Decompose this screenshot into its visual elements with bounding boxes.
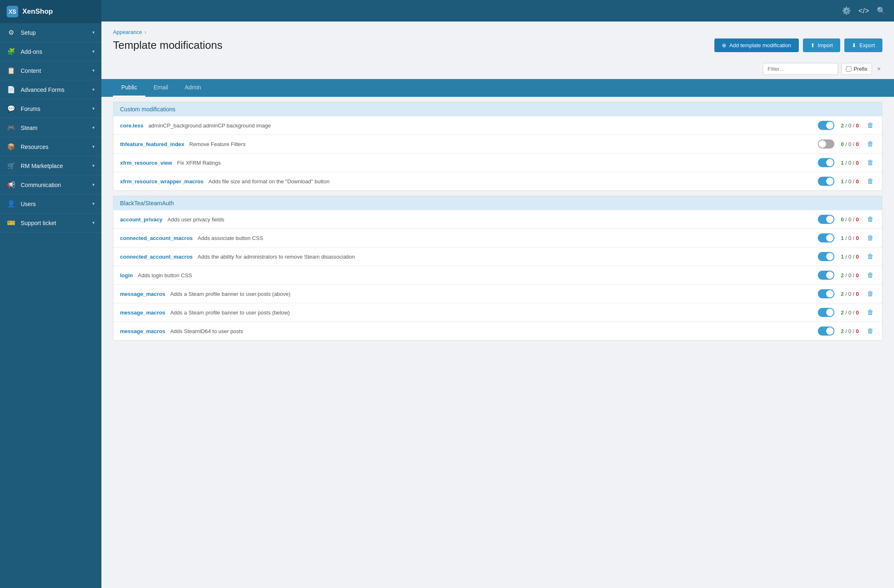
filter-clear-button[interactable]: × xyxy=(875,64,882,74)
toggle[interactable] xyxy=(818,271,834,280)
count-green: 2 xyxy=(841,291,844,297)
toggle-knob xyxy=(826,216,834,223)
search-icon[interactable]: 🔍 xyxy=(877,6,886,15)
sidebar-item-content[interactable]: 📋 Content ▾ xyxy=(0,61,101,80)
addons-arrow: ▾ xyxy=(92,49,95,54)
prefix-filter-wrap[interactable]: Prefix xyxy=(841,63,872,75)
tab-admin[interactable]: Admin xyxy=(176,79,209,97)
sidebar-item-advanced-forms[interactable]: 📄 Advanced Forms ▾ xyxy=(0,80,101,99)
sidebar-logo: XS xyxy=(7,6,18,17)
prefix-checkbox[interactable] xyxy=(846,66,851,72)
resources-label: Resources xyxy=(21,144,48,150)
toggle[interactable] xyxy=(818,233,834,242)
delete-button[interactable]: 🗑 xyxy=(865,233,875,242)
mod-name[interactable]: thfeature_featured_index xyxy=(120,141,184,147)
forums-arrow: ▾ xyxy=(92,106,95,111)
forums-label: Forums xyxy=(21,106,40,112)
delete-button[interactable]: 🗑 xyxy=(865,252,875,261)
toggle[interactable] xyxy=(818,215,834,224)
filter-input[interactable] xyxy=(767,66,834,72)
import-icon: ⬆ xyxy=(810,42,815,48)
mod-desc: Adds associate button CSS xyxy=(198,235,263,241)
setup-arrow: ▾ xyxy=(92,30,95,35)
filter-row: Prefix × xyxy=(101,59,894,79)
addons-label: Add-ons xyxy=(21,48,42,55)
advanced-forms-label: Advanced Forms xyxy=(21,86,65,93)
toggle[interactable] xyxy=(818,252,834,261)
sidebar-item-forums[interactable]: 💬 Forums ▾ xyxy=(0,99,101,118)
import-button[interactable]: ⬆ Import xyxy=(803,38,841,52)
delete-button[interactable]: 🗑 xyxy=(865,158,875,167)
table-row: account_privacy Adds user privacy fields… xyxy=(113,210,882,229)
toggle-knob xyxy=(826,309,834,316)
count-mid: 0 xyxy=(848,141,851,147)
toggle[interactable] xyxy=(818,139,834,149)
delete-button[interactable]: 🗑 xyxy=(865,121,875,130)
resources-arrow: ▾ xyxy=(92,144,95,149)
toggle[interactable] xyxy=(818,308,834,317)
import-label: Import xyxy=(818,42,833,48)
mod-name[interactable]: xfrm_resource_view xyxy=(120,160,172,166)
delete-button[interactable]: 🗑 xyxy=(865,326,875,336)
count-red: 0 xyxy=(856,178,859,185)
mod-counts: 2 / 0 / 0 xyxy=(841,328,859,334)
breadcrumb-appearance[interactable]: Appearance xyxy=(113,29,142,35)
export-button[interactable]: ⬇ Export xyxy=(844,38,882,52)
tab-public[interactable]: Public xyxy=(113,79,145,97)
sidebar-item-rm-marketplace[interactable]: 🛒 RM Marketplace ▾ xyxy=(0,156,101,175)
settings-icon[interactable]: ⚙️ xyxy=(842,6,851,15)
toggle[interactable] xyxy=(818,158,834,167)
sidebar-item-support-ticket[interactable]: 🎫 Support ticket ▾ xyxy=(0,214,101,233)
steam-arrow: ▾ xyxy=(92,125,95,130)
mod-name[interactable]: xfrm_resource_wrapper_macros xyxy=(120,178,204,185)
sidebar-item-setup[interactable]: ⚙ Setup ▾ xyxy=(0,23,101,42)
mod-name[interactable]: account_privacy xyxy=(120,216,163,223)
toggle[interactable] xyxy=(818,289,834,298)
breadcrumb-separator: › xyxy=(144,29,146,35)
content-area: Appearance › Template modifications ⊕ Ad… xyxy=(101,22,894,588)
count-green: 2 xyxy=(841,310,844,316)
sidebar-item-resources[interactable]: 📦 Resources ▾ xyxy=(0,137,101,156)
content-label: Content xyxy=(21,67,41,74)
table-row: message_macros Adds a Steam profile bann… xyxy=(113,285,882,303)
mod-name[interactable]: core.less xyxy=(120,122,143,129)
tab-email[interactable]: Email xyxy=(145,79,176,97)
toggle[interactable] xyxy=(818,121,834,130)
mod-desc: Fix XFRM Ratings xyxy=(177,160,221,166)
page-title: Template modifications xyxy=(113,39,222,52)
sidebar-item-communication[interactable]: 📢 Communication ▾ xyxy=(0,175,101,194)
mod-name[interactable]: message_macros xyxy=(120,328,165,334)
toggle[interactable] xyxy=(818,326,834,336)
count-red: 0 xyxy=(856,160,859,166)
mod-row-right: 1 / 0 / 0 🗑 xyxy=(818,158,875,167)
delete-button[interactable]: 🗑 xyxy=(865,139,875,149)
delete-button[interactable]: 🗑 xyxy=(865,289,875,298)
add-template-button[interactable]: ⊕ Add template modification xyxy=(714,38,799,52)
mod-name[interactable]: connected_account_macros xyxy=(120,254,193,260)
delete-button[interactable]: 🗑 xyxy=(865,308,875,317)
delete-button[interactable]: 🗑 xyxy=(865,271,875,280)
count-red: 0 xyxy=(856,254,859,260)
mod-desc: Adds login button CSS xyxy=(138,272,192,278)
mod-counts: 2 / 0 / 0 xyxy=(841,272,859,278)
table-row: connected_account_macros Adds associate … xyxy=(113,229,882,247)
sidebar-item-users[interactable]: 👤 Users ▾ xyxy=(0,194,101,214)
code-icon[interactable]: </> xyxy=(858,7,869,15)
count-green: 2 xyxy=(841,122,844,129)
resources-icon: 📦 xyxy=(7,143,16,151)
support-ticket-label: Support ticket xyxy=(21,220,56,226)
delete-button[interactable]: 🗑 xyxy=(865,177,875,186)
mod-name[interactable]: message_macros xyxy=(120,310,165,316)
section-header-custom: Custom modifications xyxy=(113,102,882,116)
mod-name[interactable]: login xyxy=(120,272,133,278)
support-ticket-arrow: ▾ xyxy=(92,220,95,226)
delete-button[interactable]: 🗑 xyxy=(865,215,875,224)
sidebar-item-steam[interactable]: 🎮 Steam ▾ xyxy=(0,118,101,137)
mod-name[interactable]: message_macros xyxy=(120,291,165,297)
toggle[interactable] xyxy=(818,177,834,186)
plus-icon: ⊕ xyxy=(722,42,726,48)
mod-name[interactable]: connected_account_macros xyxy=(120,235,193,241)
advanced-forms-icon: 📄 xyxy=(7,86,16,94)
sidebar-item-addons[interactable]: 🧩 Add-ons ▾ xyxy=(0,42,101,61)
steam-icon: 🎮 xyxy=(7,124,16,132)
